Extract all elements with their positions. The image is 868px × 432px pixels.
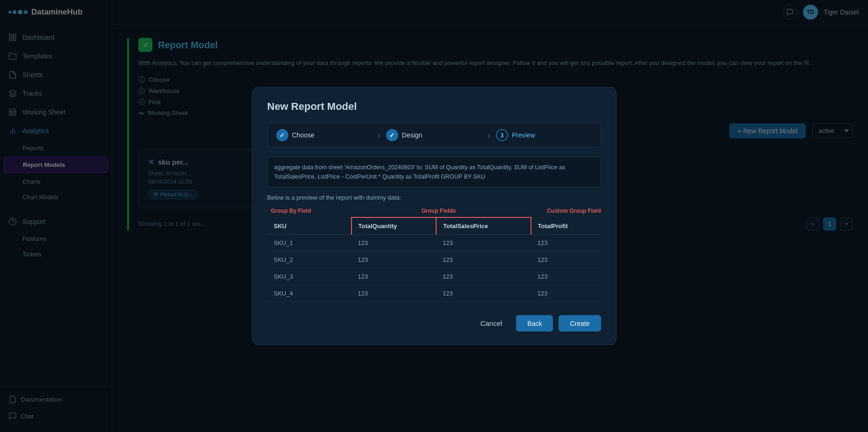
step-label-design: Design <box>402 131 423 139</box>
cell-profit-4: 123 <box>531 285 601 302</box>
cell-sales-3: 123 <box>436 268 531 285</box>
table-row: SKU_4 123 123 123 <box>267 285 601 302</box>
field-labels-row: Group By Field Group Fields Custom Group… <box>267 208 601 214</box>
cell-sales-4: 123 <box>436 285 531 302</box>
table-row: SKU_1 123 123 123 <box>267 235 601 252</box>
cancel-button[interactable]: Cancel <box>472 315 511 331</box>
cell-sku-2: SKU_2 <box>267 252 352 268</box>
create-button[interactable]: Create <box>559 315 601 331</box>
step-preview: 3 Preview <box>496 129 592 141</box>
modal-overlay[interactable]: New Report Model ✓ Choose › ✓ Design › 3… <box>0 0 868 432</box>
step-label-preview: Preview <box>512 131 535 139</box>
cell-sales-2: 123 <box>436 252 531 268</box>
group-fields-label: Group Fields <box>352 208 526 214</box>
table-row: SKU_3 123 123 123 <box>267 268 601 285</box>
cell-sku-4: SKU_4 <box>267 285 352 302</box>
modal-stepper: ✓ Choose › ✓ Design › 3 Preview <box>267 123 601 147</box>
custom-group-label: Custom Group Field <box>526 208 601 214</box>
cell-qty-1: 123 <box>352 235 437 252</box>
cell-qty-3: 123 <box>352 268 437 285</box>
back-button[interactable]: Back <box>516 315 553 331</box>
step-label-choose: Choose <box>292 131 315 139</box>
step-circle-preview: 3 <box>496 129 508 141</box>
description-box: aggregate data from sheet 'AmazonOrders_… <box>267 157 601 187</box>
cell-profit-2: 123 <box>531 252 601 268</box>
table-body: SKU_1 123 123 123 SKU_2 123 123 123 SKU_… <box>267 235 601 302</box>
cell-profit-1: 123 <box>531 235 601 252</box>
preview-label: Below is a preview of the report with du… <box>267 194 601 201</box>
col-header-profit: TotalProfit <box>531 217 601 235</box>
description-text: aggregate data from sheet 'AmazonOrders_… <box>274 164 566 180</box>
col-header-sku: SKU <box>267 217 352 235</box>
col-header-sales: TotalSalesPrice <box>436 217 531 235</box>
modal: New Report Model ✓ Choose › ✓ Design › 3… <box>252 87 617 345</box>
cell-qty-2: 123 <box>352 252 437 268</box>
cell-qty-4: 123 <box>352 285 437 302</box>
table-row: SKU_2 123 123 123 <box>267 252 601 268</box>
preview-table: SKU TotalQuantity TotalSalesPrice TotalP… <box>267 217 601 302</box>
cell-profit-3: 123 <box>531 268 601 285</box>
cell-sku-3: SKU_3 <box>267 268 352 285</box>
table-header: SKU TotalQuantity TotalSalesPrice TotalP… <box>267 217 601 235</box>
step-arrow-1: › <box>378 130 380 140</box>
step-circle-choose: ✓ <box>276 129 288 141</box>
step-choose: ✓ Choose <box>276 129 372 141</box>
modal-title: New Report Model <box>267 101 601 113</box>
step-arrow-2: › <box>488 130 490 140</box>
modal-footer: Cancel Back Create <box>267 315 601 331</box>
group-by-label: Group By Field <box>267 208 352 214</box>
step-circle-design: ✓ <box>386 129 398 141</box>
step-design: ✓ Design <box>386 129 482 141</box>
col-header-qty: TotalQuantity <box>352 217 437 235</box>
cell-sku-1: SKU_1 <box>267 235 352 252</box>
cell-sales-1: 123 <box>436 235 531 252</box>
